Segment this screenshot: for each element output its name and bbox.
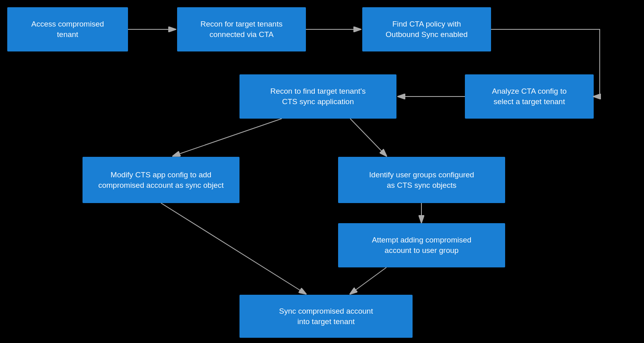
box-attempt-adding: Attempt adding compromisedaccount to use… <box>338 223 505 267</box>
svg-line-7 <box>161 203 306 294</box>
box-recon-cts-sync: Recon to find target tenant'sCTS sync ap… <box>239 74 396 119</box>
svg-line-8 <box>350 267 386 294</box>
box-identify-user-groups: Identify user groups configuredas CTS sy… <box>338 157 505 203</box>
box-recon-target-tenants: Recon for target tenantsconnected via CT… <box>177 7 306 51</box>
box-modify-cts-config: Modify CTS app config to addcompromised … <box>83 157 239 203</box>
box-analyze-cta-config: Analyze CTA config toselect a target ten… <box>465 74 594 119</box>
box-find-cta-policy: Find CTA policy withOutbound Sync enable… <box>362 7 491 51</box>
svg-line-4 <box>173 119 282 156</box>
svg-line-5 <box>350 119 386 156</box>
box-access-compromised-tenant: Access compromisedtenant <box>7 7 128 51</box>
box-sync-compromised: Sync compromised accountinto target tena… <box>239 295 413 338</box>
flowchart: Access compromisedtenant Recon for targe… <box>0 0 644 343</box>
